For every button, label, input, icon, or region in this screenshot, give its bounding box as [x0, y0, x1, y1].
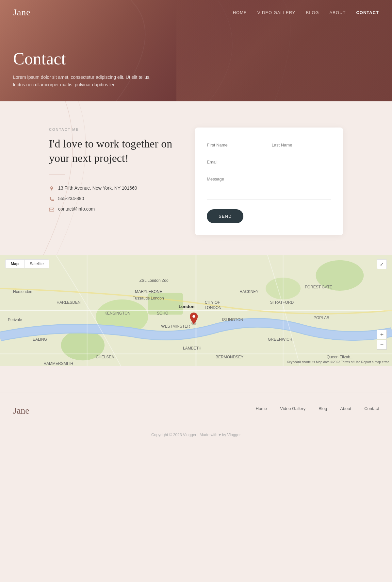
svg-text:BERMONDSEY: BERMONDSEY: [216, 355, 243, 359]
first-name-input[interactable]: [207, 139, 266, 151]
map-type-button[interactable]: Map: [5, 259, 24, 268]
last-name-input[interactable]: [272, 139, 331, 151]
svg-text:HACKNEY: HACKNEY: [239, 289, 258, 294]
svg-text:SOHO: SOHO: [157, 311, 168, 316]
map-controls: Map Satellite: [5, 259, 49, 268]
svg-text:LONDON: LONDON: [205, 305, 221, 310]
zoom-in-button[interactable]: +: [377, 330, 387, 339]
satellite-type-button[interactable]: Satellite: [24, 259, 49, 268]
svg-text:London: London: [179, 304, 195, 309]
footer-top: Jane Home Video Gallery Blog About Conta…: [13, 405, 379, 416]
svg-text:ZSL London Zoo: ZSL London Zoo: [139, 278, 169, 283]
email-input[interactable]: [207, 156, 331, 168]
location-icon: [49, 186, 54, 191]
nav-contact[interactable]: CONTACT: [356, 10, 379, 15]
footer-logo[interactable]: Jane: [13, 405, 29, 416]
nav-logo[interactable]: Jane: [13, 7, 31, 18]
svg-rect-0: [49, 208, 54, 211]
svg-text:Horsenden: Horsenden: [13, 289, 32, 294]
copyright-text: Copyright © 2023 Vlogger | Made with ♥ b…: [151, 433, 241, 437]
nav-video-gallery[interactable]: VIDEO GALLERY: [257, 10, 296, 15]
nav-about[interactable]: ABOUT: [330, 10, 346, 15]
email-icon: [49, 207, 54, 212]
last-name-group: [272, 139, 331, 151]
svg-text:Perivale: Perivale: [8, 317, 22, 322]
send-button[interactable]: SEND: [207, 209, 243, 223]
map-zoom-controls: + −: [377, 330, 387, 350]
contact-address: 13 Fifth Avenue, New York, NY 101660: [58, 185, 137, 191]
map-svg: Horsenden Perivale EALING HARLESDEN HAMM…: [0, 255, 392, 366]
svg-text:CITY OF: CITY OF: [205, 300, 220, 305]
svg-text:WESTMINSTER: WESTMINSTER: [161, 324, 190, 329]
svg-text:KENSINGTON: KENSINGTON: [105, 311, 130, 316]
nav-blog[interactable]: BLOG: [306, 10, 319, 15]
contact-heading: I'd love to work together on your next p…: [49, 137, 172, 165]
phone-icon: [49, 197, 54, 202]
footer-blog[interactable]: Blog: [318, 406, 327, 411]
svg-text:CHELSEA: CHELSEA: [96, 355, 114, 359]
map-fullscreen-button[interactable]: ⤢: [377, 259, 387, 269]
footer-video-gallery[interactable]: Video Gallery: [280, 406, 305, 411]
svg-text:STRATFORD: STRATFORD: [270, 300, 294, 305]
hero-content: Contact Lorem ipsum dolor sit amet, cons…: [13, 49, 379, 88]
hero-title: Contact: [13, 49, 379, 68]
svg-text:FOREST GATE: FOREST GATE: [305, 285, 332, 289]
contact-email: contact@info.com: [58, 206, 95, 212]
message-group: [207, 173, 331, 201]
contact-email-item: contact@info.com: [49, 206, 172, 212]
hero-description: Lorem ipsum dolor sit amet, consectetur …: [13, 74, 163, 88]
map-container[interactable]: Horsenden Perivale EALING HARLESDEN HAMM…: [0, 255, 392, 366]
svg-text:LAMBETH: LAMBETH: [183, 346, 202, 351]
footer-bottom: Copyright © 2023 Vlogger | Made with ♥ b…: [13, 426, 379, 437]
contact-section: CONTACT ME I'd love to work together on …: [0, 101, 392, 255]
svg-text:ISLINGTON: ISLINGTON: [222, 317, 243, 322]
svg-text:Tussauds London: Tussauds London: [133, 296, 164, 300]
contact-divider: [49, 175, 65, 175]
spacer: [0, 366, 392, 392]
footer-about[interactable]: About: [340, 406, 351, 411]
footer: Jane Home Video Gallery Blog About Conta…: [0, 392, 392, 444]
footer-nav: Home Video Gallery Blog About Contact: [256, 405, 379, 411]
contact-right: SEND: [195, 128, 343, 235]
footer-contact[interactable]: Contact: [364, 406, 379, 411]
svg-text:HARLESDEN: HARLESDEN: [57, 300, 80, 305]
nav-links: HOME VIDEO GALLERY BLOG ABOUT CONTACT: [233, 9, 379, 15]
contact-label: CONTACT ME: [49, 128, 172, 131]
nav-home[interactable]: HOME: [233, 10, 247, 15]
contact-left: CONTACT ME I'd love to work together on …: [49, 128, 182, 235]
svg-text:EALING: EALING: [33, 337, 47, 342]
contact-form: SEND: [195, 128, 343, 235]
svg-text:POPLAR: POPLAR: [314, 316, 330, 320]
first-name-group: [207, 139, 266, 151]
map-section: Horsenden Perivale EALING HARLESDEN HAMM…: [0, 255, 392, 366]
fullscreen-icon: ⤢: [380, 262, 384, 267]
map-credit: Keyboard shortcuts Map data ©2023 Terms …: [287, 360, 389, 364]
svg-text:MARYLEBONE: MARYLEBONE: [135, 289, 162, 294]
form-name-row: [207, 139, 331, 151]
svg-text:Queen Elizab...: Queen Elizab...: [327, 355, 353, 359]
svg-text:GREENWICH: GREENWICH: [268, 337, 292, 342]
svg-point-37: [192, 315, 195, 318]
contact-phone: 555-234-890: [58, 196, 84, 201]
email-group: [207, 156, 331, 168]
footer-home[interactable]: Home: [256, 406, 267, 411]
svg-text:HAMMERSMITH: HAMMERSMITH: [43, 361, 73, 366]
zoom-out-button[interactable]: −: [377, 340, 387, 350]
contact-address-item: 13 Fifth Avenue, New York, NY 101660: [49, 185, 172, 191]
contact-inner: CONTACT ME I'd love to work together on …: [49, 128, 343, 235]
message-input[interactable]: [207, 173, 331, 199]
contact-phone-item: 555-234-890: [49, 196, 172, 202]
main-nav: Jane HOME VIDEO GALLERY BLOG ABOUT CONTA…: [0, 0, 392, 25]
